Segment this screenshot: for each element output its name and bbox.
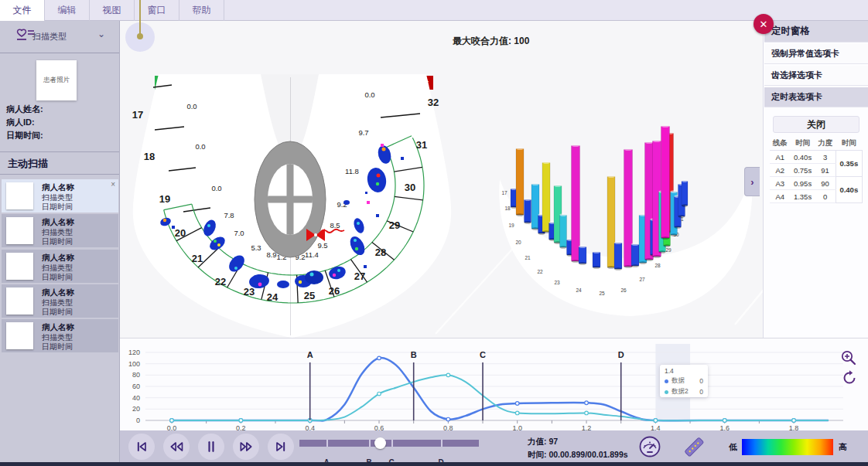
svg-text:22: 22 <box>537 269 543 274</box>
force-time-chart[interactable]: 0204060801001200.00.20.40.60.81.01.21.41… <box>120 338 868 431</box>
scan-datetime: 日期时间 <box>42 342 73 352</box>
table-row: A1 0.40s 3 0.35s <box>770 151 863 164</box>
scan-card-4[interactable]: 病人名称 扫描类型 日期时间 <box>2 284 118 318</box>
menu-bar: 文件 编辑 视图 窗口 帮助 <box>0 0 868 21</box>
scan-card-1[interactable]: 病人名称 扫描类型 日期时间 × <box>2 179 118 213</box>
slider-tick-a <box>326 440 328 447</box>
tooltip-series-1: 数据 0 <box>665 376 703 386</box>
menu-window[interactable]: 窗口 <box>135 0 179 21</box>
panel-close-button[interactable]: ✕ <box>754 14 774 34</box>
tooth-number: 17 <box>132 109 143 121</box>
svg-text:40: 40 <box>132 394 140 402</box>
scan-thumbnail <box>6 322 33 349</box>
scan-card-2[interactable]: 病人名称 扫描类型 日期时间 <box>2 214 118 247</box>
svg-text:120: 120 <box>128 349 140 356</box>
tooth-number: 30 <box>405 182 415 193</box>
timeline-slider[interactable]: A B C D <box>299 440 479 447</box>
col-time2: 时间 <box>836 137 862 151</box>
3d-bar-view[interactable]: 17181920212223242526272829303132 <box>436 124 763 334</box>
scan-type-label: 扫描类型 <box>32 31 67 43</box>
scan-type-dropdown[interactable]: 扫描类型 ⌄ <box>0 21 119 53</box>
slider-tick-c <box>391 440 393 447</box>
chevron-right-icon: › <box>750 176 754 188</box>
force-value-text: 力值: 97 <box>528 437 558 447</box>
rewind-button[interactable] <box>163 434 190 460</box>
tooth-force-value: 11.4 <box>305 250 319 259</box>
svg-text:60: 60 <box>132 383 140 390</box>
svg-text:29: 29 <box>665 247 672 253</box>
tooth-number: 31 <box>416 139 427 151</box>
col-line: 线条 <box>770 137 790 151</box>
svg-text:18: 18 <box>504 206 511 211</box>
scan-thumbnail <box>6 182 33 209</box>
pin-marker-line[interactable] <box>139 0 141 36</box>
menu-help[interactable]: 帮助 <box>179 0 224 21</box>
series-dot <box>665 390 668 394</box>
svg-text:A: A <box>307 350 313 359</box>
pause-icon <box>203 439 219 454</box>
reset-refresh-icon[interactable] <box>841 369 858 386</box>
dental-arch-and-3d-view[interactable]: 170.0180.0190.0207.8217.0225.3238.9241.2… <box>120 21 763 338</box>
menu-view[interactable]: 视图 <box>90 0 135 21</box>
tooth-number: 27 <box>354 270 365 282</box>
skip-to-end-button[interactable] <box>268 434 294 460</box>
gradient-low-label: 低 <box>729 442 737 453</box>
chart-tooltip: 1.4 数据 0 数据2 0 <box>660 365 708 397</box>
scan-datetime: 日期时间 <box>42 202 73 213</box>
tooth-number: 22 <box>215 276 226 287</box>
fast-forward-button[interactable] <box>233 434 259 460</box>
svg-text:17: 17 <box>501 190 507 196</box>
active-scan-header: 主动扫描 <box>0 151 119 175</box>
pause-button[interactable] <box>198 434 224 460</box>
playback-toolbar: A B C D 力值: 97 时间: 00.00.899/00.01.899s … <box>120 430 868 462</box>
tooth-number: 21 <box>192 253 203 264</box>
sidebar: 扫描类型 ⌄ 患者照片 病人姓名: 病人ID: 日期时间: 主动扫描 病人名称 … <box>0 21 120 462</box>
patient-photo-placeholder: 患者照片 <box>36 60 77 100</box>
interval-a1-a2: 0.35s <box>836 151 862 177</box>
skip-to-start-icon <box>134 439 149 454</box>
menu-file[interactable]: 文件 <box>0 0 45 21</box>
svg-text:27: 27 <box>639 277 645 282</box>
tooth-force-value: 0.0 <box>186 102 196 111</box>
tooth-number: 23 <box>244 286 255 298</box>
close-icon: ✕ <box>760 19 768 30</box>
scan-name: 病人名称 <box>42 253 74 264</box>
svg-text:100: 100 <box>128 360 140 368</box>
panel-expander-button[interactable]: › <box>744 167 760 196</box>
scan-name: 病人名称 <box>42 287 74 298</box>
force-gauge-icon[interactable] <box>639 436 661 457</box>
svg-text:80: 80 <box>132 371 140 379</box>
ruler-icon[interactable] <box>682 435 706 458</box>
gradient-high-label: 高 <box>839 442 847 453</box>
skip-to-start-button[interactable] <box>128 434 155 460</box>
svg-text:28: 28 <box>654 263 661 268</box>
menu-edit[interactable]: 编辑 <box>45 0 90 21</box>
tooth-number: 25 <box>304 290 315 301</box>
scan-name: 病人名称 <box>42 217 74 228</box>
force-color-scale <box>742 439 833 455</box>
force-time-chart-panel: 0204060801001200.00.20.40.60.81.01.21.41… <box>120 338 868 430</box>
tooth-force-value: 0.0 <box>195 142 205 151</box>
close-table-button[interactable]: 关闭 <box>773 116 859 133</box>
tab-force-outliers[interactable]: 强制异常值选项卡 <box>764 44 868 64</box>
slider-handle[interactable] <box>374 437 386 449</box>
scan-thumbnail <box>6 253 33 280</box>
scan-card-5[interactable]: 病人名称 扫描类型 日期时间 <box>2 319 118 352</box>
scan-name: 病人名称 <box>42 182 74 193</box>
timing-panel: 定时窗格 强制异常值选项卡 齿选择选项卡 定时表选项卡 关闭 线条 时间 力度 … <box>763 21 868 338</box>
pin-marker-dot[interactable] <box>137 33 143 39</box>
tab-timing-table[interactable]: 定时表选项卡 <box>764 87 868 107</box>
tooth-force-value: 8.5 <box>330 221 340 230</box>
window-bottom-edge <box>0 462 868 466</box>
tooth-force-value: 9.5 <box>317 241 327 250</box>
svg-text:19: 19 <box>508 223 514 228</box>
scan-card-3[interactable]: 病人名称 扫描类型 日期时间 <box>2 250 118 283</box>
tooth-number: 29 <box>389 219 400 231</box>
svg-text:20: 20 <box>132 405 140 413</box>
scan-datetime: 日期时间 <box>42 236 73 247</box>
zoom-in-icon[interactable] <box>840 349 857 366</box>
tooth-force-value: 7.0 <box>234 229 244 237</box>
scan-datetime: 日期时间 <box>42 272 73 283</box>
close-icon[interactable]: × <box>111 180 115 189</box>
tab-tooth-selection[interactable]: 齿选择选项卡 <box>764 66 868 86</box>
